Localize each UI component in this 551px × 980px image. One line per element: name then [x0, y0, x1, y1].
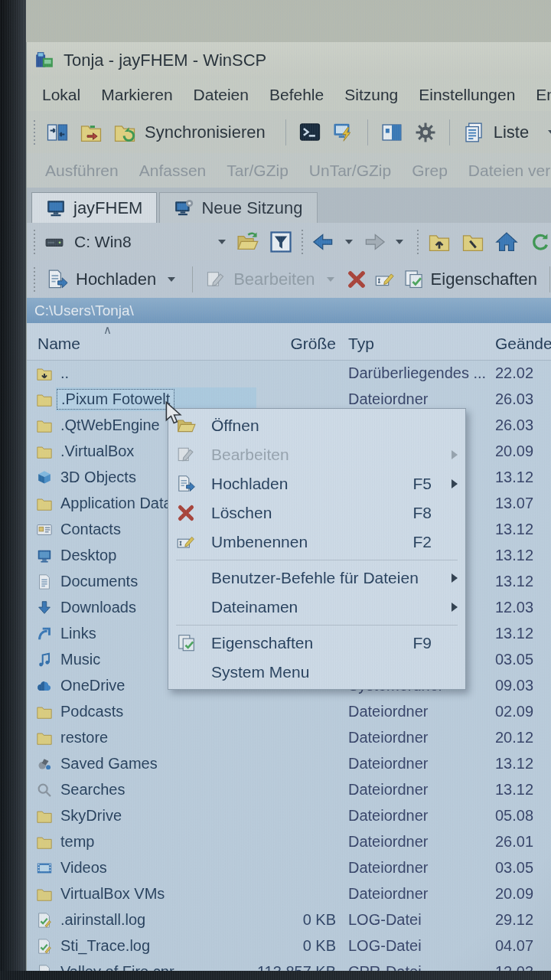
gear-icon[interactable]: [414, 121, 437, 144]
file-row-saved-games[interactable]: Saved GamesDateiordner13.12: [27, 751, 551, 777]
title-bar: Tonja - jayFHEM - WinSCP: [27, 42, 551, 79]
chevron-down-icon[interactable]: [168, 277, 175, 282]
back-icon[interactable]: [312, 230, 335, 253]
context-item-ffnen[interactable]: Öffnen: [168, 411, 465, 440]
filter-icon[interactable]: [269, 230, 292, 253]
refresh-icon[interactable]: [529, 230, 551, 253]
folder-root-icon[interactable]: [461, 230, 484, 253]
console-lightning-icon[interactable]: [332, 121, 355, 144]
file-modified: 29.12: [495, 911, 533, 929]
file-type: Darüberliegendes ...: [348, 364, 486, 382]
context-item-dateinamen[interactable]: Dateinamen: [168, 593, 465, 622]
menubar-item-lokal[interactable]: Lokal: [42, 86, 80, 104]
custom-command-untar-gzip[interactable]: UnTar/GZip: [309, 162, 391, 180]
context-item-label: Dateinamen: [211, 598, 298, 616]
column-header-modified[interactable]: Geändert: [495, 335, 551, 353]
column-header-name[interactable]: Name: [37, 335, 80, 353]
context-item-hochladen[interactable]: HochladenF5: [168, 469, 465, 498]
context-item-umbenennen[interactable]: UmbenennenF2: [168, 528, 465, 557]
sync-panes-icon[interactable]: [46, 121, 69, 144]
file-modified: 02.09: [495, 703, 533, 720]
file-row-restore[interactable]: restoreDateiordner20.12: [27, 725, 551, 751]
custom-command-ausf-hren[interactable]: Ausführen: [45, 162, 119, 180]
docs-list-icon[interactable]: [462, 121, 485, 144]
context-item-l-schen[interactable]: LöschenF8: [168, 498, 465, 528]
file-modified: 13.12: [495, 755, 533, 773]
session-tab-jayfhem[interactable]: jayFHEM: [31, 192, 157, 223]
photo-bezel-bottom: [0, 971, 551, 980]
separator: [367, 119, 368, 145]
folder-icon: [36, 417, 53, 434]
folder-up-icon: [36, 365, 53, 382]
file-type: Dateiordner: [348, 859, 429, 877]
menubar-item-befehle[interactable]: Befehle: [269, 86, 324, 104]
chevron-down-icon[interactable]: [548, 130, 551, 135]
upload-button-label[interactable]: Hochladen: [76, 270, 156, 289]
chevron-down-icon[interactable]: [218, 240, 226, 244]
folder-icon: [36, 391, 53, 408]
current-path-bar[interactable]: C:\Users\Tonja\: [27, 298, 551, 323]
file-row-temp[interactable]: tempDateiordner26.01: [27, 829, 551, 855]
file-row-item[interactable]: ..Darüberliegendes ...22.02: [27, 361, 551, 387]
menubar-item-entfernt[interactable]: Entfernt: [536, 86, 551, 104]
home-icon[interactable]: [495, 230, 518, 253]
file-row-podcasts[interactable]: PodcastsDateiordner02.09: [27, 699, 551, 725]
file-row-videos[interactable]: VideosDateiordner03.05: [27, 855, 551, 881]
properties-button-label[interactable]: Eigenschaften: [431, 270, 537, 289]
upload-icon[interactable]: [46, 268, 69, 291]
liste-button-label[interactable]: Liste: [494, 122, 529, 142]
open-folder-icon[interactable]: [236, 230, 259, 253]
context-item-system-menu[interactable]: System Menu: [168, 658, 465, 687]
context-item-benutzer-befehle-f-r-dateien[interactable]: Benutzer-Befehle für Dateien: [168, 564, 465, 593]
menubar-item-dateien[interactable]: Dateien: [194, 86, 249, 104]
custom-command-tar-gzip[interactable]: Tar/GZip: [227, 162, 289, 180]
file-row-sti-trace-log[interactable]: Sti_Trace.log0 KBLOG-Datei04.07: [27, 933, 551, 959]
chevron-down-icon[interactable]: [396, 240, 403, 244]
context-item-shortcut: F2: [412, 533, 432, 551]
context-item-eigenschaften[interactable]: EigenschaftenF9: [168, 629, 465, 658]
menubar-item-einstellungen[interactable]: Einstellungen: [419, 86, 515, 104]
delete-icon[interactable]: [346, 269, 367, 290]
monitor-icon: [46, 198, 66, 218]
panels-icon[interactable]: [380, 121, 403, 144]
file-name: restore: [60, 729, 108, 746]
folder-sync-remote-icon[interactable]: [80, 121, 103, 144]
context-menu: ÖffnenBearbeitenHochladenF5LöschenF8Umbe…: [168, 408, 466, 690]
drive-selector[interactable]: C: Win8: [74, 233, 132, 251]
properties-icon[interactable]: [403, 269, 424, 290]
file-modified: 20.12: [495, 729, 533, 746]
file-modified: 13.07: [495, 495, 533, 512]
synchronize-button-label[interactable]: Synchronisieren: [145, 122, 266, 142]
file-type: Dateiordner: [348, 729, 429, 746]
file-row-valley-of-fire-cpr[interactable]: Valley of Fire.cpr113.857 KBCPR-Datei12.…: [27, 959, 551, 971]
context-item-label: Eigenschaften: [211, 634, 313, 652]
session-tab-neue-sitzung[interactable]: Neue Sitzung: [159, 192, 317, 223]
chevron-down-icon[interactable]: [345, 240, 353, 244]
terminal-icon[interactable]: [298, 121, 321, 144]
column-header-type[interactable]: Typ: [348, 335, 374, 353]
forward-icon[interactable]: [363, 230, 386, 253]
folder-icon: [36, 495, 53, 512]
folder-parent-icon[interactable]: [428, 230, 451, 253]
file-name: Links: [60, 625, 96, 642]
file-row-searches[interactable]: SearchesDateiordner13.12: [27, 777, 551, 803]
custom-command-grep[interactable]: Grep: [412, 162, 448, 180]
file-modified: 04.07: [495, 937, 533, 955]
file-row-skydrive[interactable]: SkyDriveDateiordner05.08: [27, 803, 551, 829]
file-row-virtualbox-vms[interactable]: VirtualBox VMsDateiordner20.09: [27, 881, 551, 907]
file-modified: 20.09: [495, 443, 533, 460]
file-modified: 13.12: [495, 469, 533, 486]
file-row-airinstall-log[interactable]: .airinstall.log0 KBLOG-Datei29.12: [27, 907, 551, 933]
file-name: Sti_Trace.log: [60, 937, 150, 955]
session-tabs-bar: jayFHEMNeue Sitzung: [27, 188, 551, 223]
context-item-label: Benutzer-Befehle für Dateien: [211, 569, 419, 587]
submenu-arrow-icon: [452, 450, 458, 459]
menubar-item-markieren[interactable]: Markieren: [101, 86, 172, 104]
column-header-size[interactable]: Größe: [256, 335, 336, 353]
properties-icon: [176, 633, 196, 653]
rename-icon[interactable]: [374, 269, 396, 290]
custom-command-anfassen[interactable]: Anfassen: [139, 162, 207, 180]
folder-sync-icon[interactable]: [113, 121, 136, 144]
custom-command-dateien-vergleichen[interactable]: Dateien vergleichen: [468, 162, 551, 180]
menubar-item-sitzung[interactable]: Sitzung: [344, 86, 398, 104]
